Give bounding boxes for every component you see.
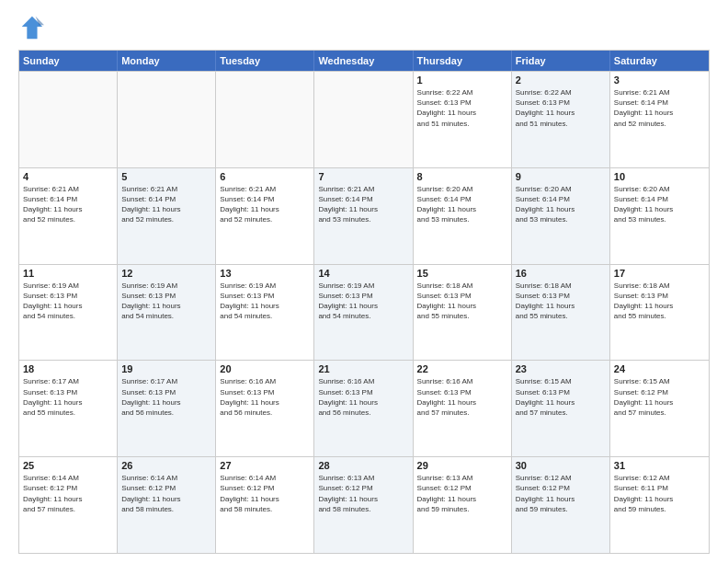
day-number: 28 bbox=[318, 460, 408, 471]
day-cell-13: 13Sunrise: 6:19 AM Sunset: 6:13 PM Dayli… bbox=[216, 265, 314, 361]
day-cell-16: 16Sunrise: 6:18 AM Sunset: 6:13 PM Dayli… bbox=[512, 265, 610, 361]
week-row-2: 4Sunrise: 6:21 AM Sunset: 6:14 PM Daylig… bbox=[19, 167, 709, 264]
day-cell-19: 19Sunrise: 6:17 AM Sunset: 6:13 PM Dayli… bbox=[118, 361, 216, 456]
day-info: Sunrise: 6:19 AM Sunset: 6:13 PM Dayligh… bbox=[220, 281, 310, 322]
empty-cell bbox=[314, 72, 413, 167]
day-info: Sunrise: 6:13 AM Sunset: 6:12 PM Dayligh… bbox=[417, 473, 507, 514]
day-cell-9: 9Sunrise: 6:20 AM Sunset: 6:14 PM Daylig… bbox=[512, 168, 610, 264]
header-day-sunday: Sunday bbox=[19, 51, 118, 71]
day-number: 13 bbox=[220, 268, 310, 279]
header-day-wednesday: Wednesday bbox=[314, 51, 413, 71]
day-number: 24 bbox=[614, 363, 705, 374]
day-info: Sunrise: 6:20 AM Sunset: 6:14 PM Dayligh… bbox=[614, 184, 705, 225]
day-cell-24: 24Sunrise: 6:15 AM Sunset: 6:12 PM Dayli… bbox=[610, 361, 709, 456]
day-info: Sunrise: 6:15 AM Sunset: 6:13 PM Dayligh… bbox=[516, 376, 606, 418]
day-number: 31 bbox=[614, 460, 705, 471]
day-number: 8 bbox=[417, 171, 507, 182]
day-number: 7 bbox=[318, 171, 408, 182]
day-info: Sunrise: 6:21 AM Sunset: 6:14 PM Dayligh… bbox=[318, 184, 408, 225]
day-info: Sunrise: 6:19 AM Sunset: 6:13 PM Dayligh… bbox=[23, 281, 113, 322]
day-number: 12 bbox=[121, 268, 211, 279]
day-cell-12: 12Sunrise: 6:19 AM Sunset: 6:13 PM Dayli… bbox=[118, 265, 216, 361]
day-cell-22: 22Sunrise: 6:16 AM Sunset: 6:13 PM Dayli… bbox=[414, 361, 512, 456]
day-cell-25: 25Sunrise: 6:14 AM Sunset: 6:12 PM Dayli… bbox=[19, 457, 118, 553]
day-info: Sunrise: 6:12 AM Sunset: 6:12 PM Dayligh… bbox=[516, 473, 606, 514]
day-number: 27 bbox=[220, 460, 310, 471]
week-row-3: 11Sunrise: 6:19 AM Sunset: 6:13 PM Dayli… bbox=[19, 264, 709, 361]
day-info: Sunrise: 6:19 AM Sunset: 6:13 PM Dayligh… bbox=[121, 281, 211, 322]
day-number: 2 bbox=[516, 75, 606, 86]
day-number: 6 bbox=[220, 171, 310, 182]
day-info: Sunrise: 6:14 AM Sunset: 6:12 PM Dayligh… bbox=[23, 473, 113, 514]
calendar-body: 1Sunrise: 6:22 AM Sunset: 6:13 PM Daylig… bbox=[19, 71, 709, 553]
day-number: 18 bbox=[23, 363, 113, 374]
header bbox=[18, 15, 710, 40]
header-day-saturday: Saturday bbox=[610, 51, 709, 71]
day-info: Sunrise: 6:20 AM Sunset: 6:14 PM Dayligh… bbox=[417, 184, 507, 225]
day-info: Sunrise: 6:16 AM Sunset: 6:13 PM Dayligh… bbox=[318, 376, 408, 418]
day-number: 22 bbox=[417, 363, 507, 374]
day-cell-11: 11Sunrise: 6:19 AM Sunset: 6:13 PM Dayli… bbox=[19, 265, 118, 361]
day-number: 19 bbox=[121, 363, 211, 374]
day-cell-28: 28Sunrise: 6:13 AM Sunset: 6:12 PM Dayli… bbox=[314, 457, 413, 553]
day-number: 25 bbox=[23, 460, 113, 471]
day-info: Sunrise: 6:21 AM Sunset: 6:14 PM Dayligh… bbox=[614, 87, 705, 129]
day-cell-18: 18Sunrise: 6:17 AM Sunset: 6:13 PM Dayli… bbox=[19, 361, 118, 456]
day-cell-1: 1Sunrise: 6:22 AM Sunset: 6:13 PM Daylig… bbox=[414, 72, 512, 167]
header-day-thursday: Thursday bbox=[414, 51, 512, 71]
day-number: 26 bbox=[121, 460, 211, 471]
day-info: Sunrise: 6:19 AM Sunset: 6:13 PM Dayligh… bbox=[318, 281, 408, 322]
week-row-4: 18Sunrise: 6:17 AM Sunset: 6:13 PM Dayli… bbox=[19, 360, 709, 456]
day-number: 3 bbox=[614, 75, 705, 86]
week-row-1: 1Sunrise: 6:22 AM Sunset: 6:13 PM Daylig… bbox=[19, 71, 709, 167]
day-number: 21 bbox=[318, 363, 408, 374]
day-number: 9 bbox=[516, 171, 606, 182]
day-cell-20: 20Sunrise: 6:16 AM Sunset: 6:13 PM Dayli… bbox=[216, 361, 314, 456]
day-number: 29 bbox=[417, 460, 507, 471]
day-cell-23: 23Sunrise: 6:15 AM Sunset: 6:13 PM Dayli… bbox=[512, 361, 610, 456]
day-info: Sunrise: 6:21 AM Sunset: 6:14 PM Dayligh… bbox=[220, 184, 310, 225]
day-number: 30 bbox=[516, 460, 606, 471]
day-number: 4 bbox=[23, 171, 113, 182]
day-info: Sunrise: 6:18 AM Sunset: 6:13 PM Dayligh… bbox=[417, 281, 507, 322]
day-number: 17 bbox=[614, 268, 705, 279]
logo-icon bbox=[18, 15, 44, 40]
week-row-5: 25Sunrise: 6:14 AM Sunset: 6:12 PM Dayli… bbox=[19, 456, 709, 553]
day-cell-21: 21Sunrise: 6:16 AM Sunset: 6:13 PM Dayli… bbox=[314, 361, 413, 456]
day-cell-14: 14Sunrise: 6:19 AM Sunset: 6:13 PM Dayli… bbox=[314, 265, 413, 361]
day-info: Sunrise: 6:12 AM Sunset: 6:11 PM Dayligh… bbox=[614, 473, 705, 514]
day-info: Sunrise: 6:21 AM Sunset: 6:14 PM Dayligh… bbox=[121, 184, 211, 225]
day-info: Sunrise: 6:16 AM Sunset: 6:13 PM Dayligh… bbox=[220, 376, 310, 418]
day-cell-31: 31Sunrise: 6:12 AM Sunset: 6:11 PM Dayli… bbox=[610, 457, 709, 553]
day-number: 1 bbox=[417, 75, 507, 86]
header-day-tuesday: Tuesday bbox=[216, 51, 314, 71]
day-cell-10: 10Sunrise: 6:20 AM Sunset: 6:14 PM Dayli… bbox=[610, 168, 709, 264]
day-info: Sunrise: 6:20 AM Sunset: 6:14 PM Dayligh… bbox=[516, 184, 606, 225]
day-cell-30: 30Sunrise: 6:12 AM Sunset: 6:12 PM Dayli… bbox=[512, 457, 610, 553]
calendar-header: SundayMondayTuesdayWednesdayThursdayFrid… bbox=[19, 51, 709, 71]
header-day-monday: Monday bbox=[118, 51, 216, 71]
day-cell-8: 8Sunrise: 6:20 AM Sunset: 6:14 PM Daylig… bbox=[414, 168, 512, 264]
day-cell-2: 2Sunrise: 6:22 AM Sunset: 6:13 PM Daylig… bbox=[512, 72, 610, 167]
day-info: Sunrise: 6:22 AM Sunset: 6:13 PM Dayligh… bbox=[417, 87, 507, 129]
day-cell-4: 4Sunrise: 6:21 AM Sunset: 6:14 PM Daylig… bbox=[19, 168, 118, 264]
logo bbox=[18, 15, 48, 40]
calendar: SundayMondayTuesdayWednesdayThursdayFrid… bbox=[18, 50, 710, 554]
day-info: Sunrise: 6:17 AM Sunset: 6:13 PM Dayligh… bbox=[121, 376, 211, 418]
day-info: Sunrise: 6:18 AM Sunset: 6:13 PM Dayligh… bbox=[614, 281, 705, 322]
day-info: Sunrise: 6:14 AM Sunset: 6:12 PM Dayligh… bbox=[220, 473, 310, 514]
header-day-friday: Friday bbox=[512, 51, 610, 71]
empty-cell bbox=[118, 72, 216, 167]
day-info: Sunrise: 6:22 AM Sunset: 6:13 PM Dayligh… bbox=[516, 87, 606, 129]
day-info: Sunrise: 6:15 AM Sunset: 6:12 PM Dayligh… bbox=[614, 376, 705, 418]
day-cell-3: 3Sunrise: 6:21 AM Sunset: 6:14 PM Daylig… bbox=[610, 72, 709, 167]
day-number: 10 bbox=[614, 171, 705, 182]
day-cell-15: 15Sunrise: 6:18 AM Sunset: 6:13 PM Dayli… bbox=[414, 265, 512, 361]
day-info: Sunrise: 6:13 AM Sunset: 6:12 PM Dayligh… bbox=[318, 473, 408, 514]
page: SundayMondayTuesdayWednesdayThursdayFrid… bbox=[0, 0, 728, 563]
svg-marker-0 bbox=[22, 17, 42, 39]
day-info: Sunrise: 6:14 AM Sunset: 6:12 PM Dayligh… bbox=[121, 473, 211, 514]
day-cell-29: 29Sunrise: 6:13 AM Sunset: 6:12 PM Dayli… bbox=[414, 457, 512, 553]
empty-cell bbox=[19, 72, 118, 167]
day-cell-27: 27Sunrise: 6:14 AM Sunset: 6:12 PM Dayli… bbox=[216, 457, 314, 553]
